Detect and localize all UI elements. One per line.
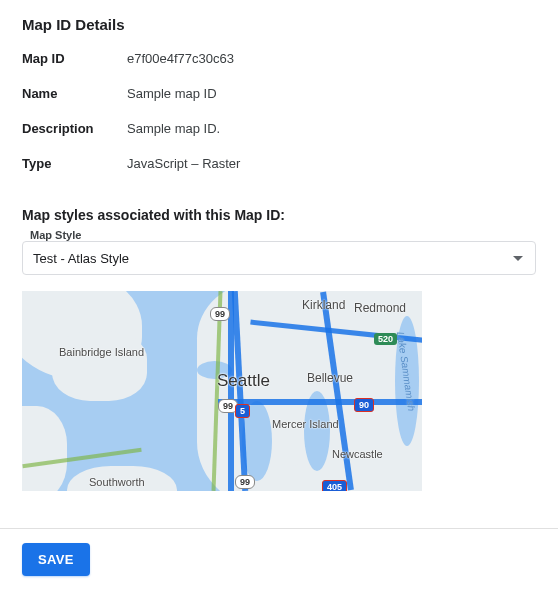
- map-label-seattle: Seattle: [217, 371, 270, 391]
- associated-styles-title: Map styles associated with this Map ID:: [22, 207, 536, 223]
- shield-i5: 5: [235, 404, 250, 418]
- value-description: Sample map ID.: [127, 121, 536, 136]
- label-type: Type: [22, 156, 127, 171]
- footer: SAVE: [0, 528, 558, 596]
- save-button[interactable]: SAVE: [22, 543, 90, 576]
- value-name: Sample map ID: [127, 86, 536, 101]
- map-label-bainbridge: Bainbridge Island: [59, 346, 129, 358]
- label-name: Name: [22, 86, 127, 101]
- shield-520: 520: [374, 333, 397, 345]
- shield-99-bot: 99: [235, 475, 255, 489]
- shield-99-top: 99: [210, 307, 230, 321]
- map-style-select[interactable]: Test - Atlas Style: [22, 241, 536, 275]
- map-label-bellevue: Bellevue: [307, 371, 353, 385]
- map-label-redmond: Redmond: [354, 301, 406, 315]
- map-style-field-label: Map Style: [30, 229, 536, 241]
- label-mapid: Map ID: [22, 51, 127, 66]
- map-preview[interactable]: Seattle Bellevue Kirkland Redmond Bainbr…: [22, 291, 422, 491]
- details-table: Map ID e7f00e4f77c30c63 Name Sample map …: [22, 51, 536, 171]
- value-type: JavaScript – Raster: [127, 156, 536, 171]
- map-style-selected: Test - Atlas Style: [33, 251, 129, 266]
- section-title: Map ID Details: [22, 16, 536, 33]
- shield-i90: 90: [354, 398, 374, 412]
- shield-i405: 405: [322, 480, 347, 491]
- map-label-southworth: Southworth: [89, 476, 145, 488]
- map-label-kirkland: Kirkland: [302, 298, 345, 312]
- map-label-newcastle: Newcastle: [332, 448, 383, 460]
- map-label-mercer: Mercer Island: [272, 418, 339, 430]
- value-mapid: e7f00e4f77c30c63: [127, 51, 536, 66]
- label-description: Description: [22, 121, 127, 136]
- chevron-down-icon: [513, 256, 523, 261]
